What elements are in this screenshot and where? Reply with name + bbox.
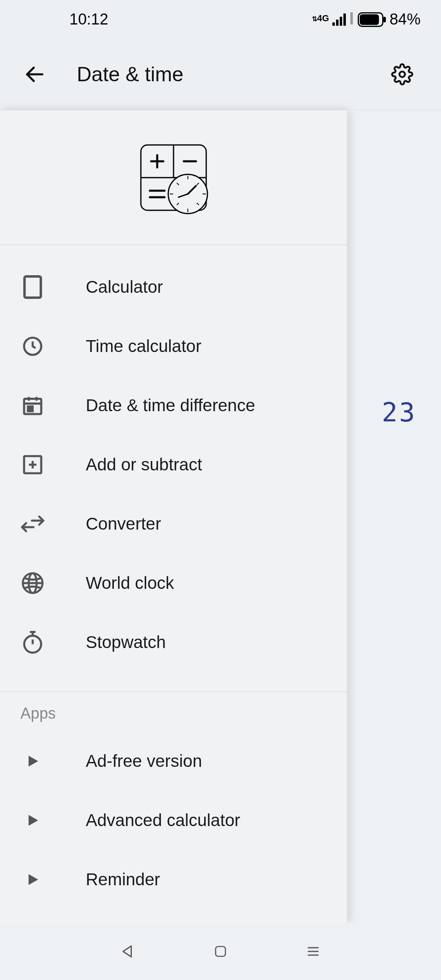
app-logo-icon <box>133 137 214 218</box>
svg-rect-4 <box>350 12 353 24</box>
main-menu: Calculator Time calculator Date & time d… <box>0 245 347 684</box>
play-icon <box>20 808 45 833</box>
status-time: 10:12 <box>20 11 108 28</box>
menu-label: Ad-free version <box>86 751 202 771</box>
content-area: 23 <box>0 110 441 923</box>
menu-world-clock[interactable]: World clock <box>0 553 347 612</box>
svg-rect-3 <box>343 13 346 26</box>
page-title: Date & time <box>77 62 388 86</box>
status-right: ⇅4G 84% <box>312 11 421 28</box>
nav-recents-button[interactable] <box>301 939 325 964</box>
battery-percent: 84% <box>390 11 421 28</box>
background-digits: 23 <box>382 397 416 428</box>
globe-icon <box>20 571 45 595</box>
menu-label: Date & time difference <box>86 396 255 415</box>
apps-menu: Ad-free version Advanced calculator Remi… <box>0 730 347 921</box>
svg-point-44 <box>24 635 41 653</box>
calendar-icon <box>20 393 45 418</box>
play-icon <box>20 867 45 892</box>
battery-icon <box>358 12 386 27</box>
stopwatch-icon <box>20 630 45 655</box>
menu-reminder[interactable]: Reminder <box>0 850 347 909</box>
signal-secondary-icon <box>350 11 354 28</box>
menu-time-calculator[interactable]: Time calculator <box>0 316 347 376</box>
triangle-back-icon <box>120 943 136 960</box>
menu-label: Reminder <box>86 870 160 889</box>
svg-rect-6 <box>360 14 379 25</box>
svg-point-9 <box>399 71 405 77</box>
menu-converter[interactable]: Converter <box>0 494 347 553</box>
play-icon <box>20 749 45 773</box>
back-button[interactable] <box>20 60 49 89</box>
nav-back-button[interactable] <box>116 939 140 964</box>
gear-icon <box>391 63 413 85</box>
status-bar: 10:12 ⇅4G 84% <box>0 0 441 39</box>
svg-rect-52 <box>216 947 225 956</box>
menu-calculator[interactable]: Calculator <box>0 257 347 316</box>
svg-rect-1 <box>336 20 339 26</box>
arrows-swap-icon <box>20 512 45 536</box>
arrow-left-icon <box>23 63 46 86</box>
menu-add-or-subtract[interactable]: Add or subtract <box>0 435 347 494</box>
system-nav-bar <box>0 923 441 980</box>
svg-marker-50 <box>29 874 38 885</box>
square-home-icon <box>213 944 228 959</box>
apps-section-header: Apps <box>0 692 347 730</box>
app-bar: Date & time <box>0 39 441 110</box>
clock-icon <box>20 334 45 359</box>
network-indicator: ⇅4G <box>312 13 329 24</box>
menu-label: Advanced calculator <box>86 811 240 830</box>
svg-marker-51 <box>123 946 131 957</box>
menu-label: World clock <box>86 573 174 593</box>
menu-ad-free-version[interactable]: Ad-free version <box>0 731 347 791</box>
svg-rect-7 <box>383 17 386 22</box>
menu-date-time-difference[interactable]: Date & time difference <box>0 376 347 435</box>
navigation-drawer: Calculator Time calculator Date & time d… <box>0 110 347 923</box>
menu-label: Add or subtract <box>86 455 202 474</box>
svg-rect-29 <box>24 276 41 298</box>
menu-recents-icon <box>305 944 321 959</box>
menu-label: Stopwatch <box>86 633 166 652</box>
menu-label: Converter <box>86 514 161 534</box>
menu-label: Calculator <box>86 277 163 297</box>
signal-icon <box>332 13 347 26</box>
svg-rect-35 <box>28 406 33 411</box>
portrait-rect-icon <box>20 275 45 299</box>
svg-rect-0 <box>332 22 335 26</box>
drawer-header <box>0 110 347 245</box>
menu-advanced-calculator[interactable]: Advanced calculator <box>0 791 347 850</box>
menu-stopwatch[interactable]: Stopwatch <box>0 612 347 672</box>
settings-button[interactable] <box>388 60 416 89</box>
menu-label: Time calculator <box>86 336 201 356</box>
nav-home-button[interactable] <box>208 939 233 964</box>
plus-box-icon <box>20 452 45 477</box>
svg-rect-2 <box>340 17 342 26</box>
svg-marker-49 <box>29 815 38 826</box>
svg-marker-48 <box>29 755 38 766</box>
